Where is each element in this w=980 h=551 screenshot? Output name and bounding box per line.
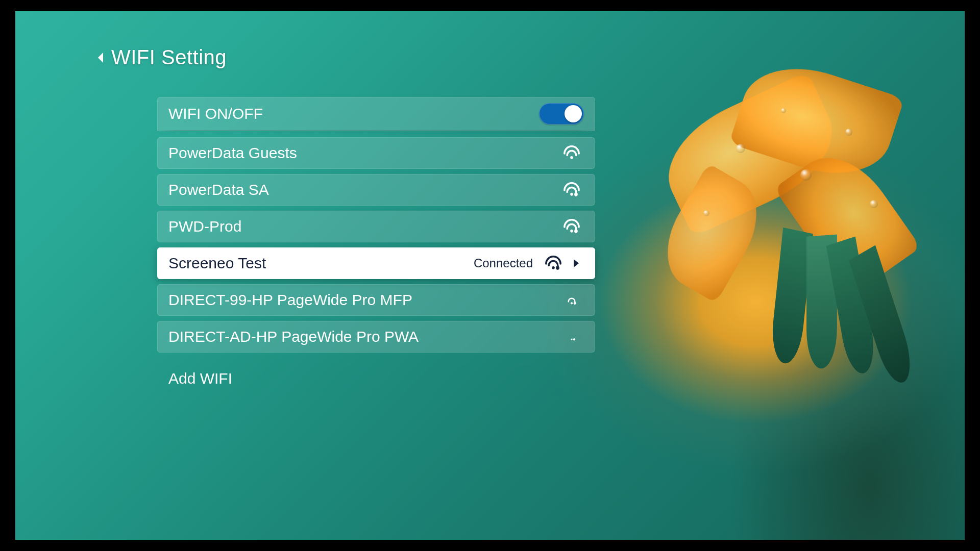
wifi-ssid-label: Screeneo Test [168, 255, 266, 272]
wifi-toggle-row[interactable]: WIFI ON/OFF [157, 97, 595, 131]
toggle-knob [565, 105, 582, 122]
wifi-secured-icon [562, 182, 581, 197]
back-icon [97, 52, 105, 64]
wifi-ssid-label: PowerData Guests [168, 144, 297, 162]
wifi-secured-icon [562, 219, 581, 234]
wifi-secured-icon [544, 256, 562, 271]
wifi-status-label: Connected [474, 256, 533, 270]
decor-waterdrop [781, 108, 786, 113]
wifi-ssid-label: PowerData SA [168, 181, 269, 198]
wifi-network-row[interactable]: PowerData Guests [157, 137, 595, 169]
svg-point-12 [571, 302, 573, 304]
svg-marker-11 [574, 259, 579, 267]
row-right-cluster [544, 256, 581, 271]
section-divider [153, 131, 599, 131]
wifi-network-row[interactable]: PowerData SA [157, 174, 595, 206]
wifi-secured-icon [562, 292, 581, 308]
wifi-ssid-label: DIRECT-AD-HP PageWide Pro PWA [168, 328, 419, 345]
decor-waterdrop [703, 210, 709, 216]
wifi-network-list: PowerData GuestsPowerData SAPWD-ProdScre… [157, 137, 595, 358]
row-right-cluster [562, 145, 581, 161]
wifi-secured-icon [562, 329, 581, 344]
row-right-cluster [562, 219, 581, 234]
wifi-toggle-switch[interactable] [539, 103, 584, 124]
settings-panel: WIFI ON/OFF PowerData GuestsPowerData SA… [157, 97, 595, 399]
wifi-network-row[interactable]: DIRECT-99-HP PageWide Pro MFP [157, 284, 595, 316]
row-right-cluster [562, 292, 581, 308]
wifi-network-row[interactable]: Screeneo TestConnected [157, 247, 595, 279]
add-wifi-label: Add WIFI [168, 370, 232, 387]
wifi-icon [562, 145, 581, 161]
wifi-network-row[interactable]: PWD-Prod [157, 211, 595, 242]
wifi-network-row[interactable]: DIRECT-AD-HP PageWide Pro PWA [157, 321, 595, 353]
svg-rect-14 [574, 304, 575, 305]
decor-waterdrop [736, 144, 745, 153]
page-title: WIFI Setting [111, 46, 227, 69]
decor-waterdrop [800, 169, 812, 181]
chevron-right-icon [572, 258, 581, 268]
add-wifi-button[interactable]: Add WIFI [157, 363, 595, 394]
row-right-cluster [562, 182, 581, 197]
svg-point-5 [570, 230, 573, 233]
decor-waterdrop [845, 129, 852, 136]
svg-point-1 [570, 156, 573, 159]
svg-point-15 [571, 338, 572, 340]
wifi-toggle-label: WIFI ON/OFF [168, 105, 263, 122]
row-right-cluster [562, 329, 581, 344]
svg-point-8 [552, 266, 555, 269]
screen-frame: WIFI Setting WIFI ON/OFF PowerData Guest… [15, 11, 965, 540]
svg-rect-7 [575, 231, 576, 233]
svg-rect-4 [575, 194, 576, 196]
wifi-ssid-label: PWD-Prod [168, 218, 241, 235]
wifi-ssid-label: DIRECT-99-HP PageWide Pro MFP [168, 291, 412, 309]
page-header[interactable]: WIFI Setting [97, 46, 227, 69]
svg-rect-10 [557, 268, 558, 269]
svg-marker-0 [98, 53, 103, 63]
svg-rect-17 [574, 339, 574, 340]
decor-waterdrop [870, 200, 878, 208]
svg-point-2 [570, 193, 573, 196]
